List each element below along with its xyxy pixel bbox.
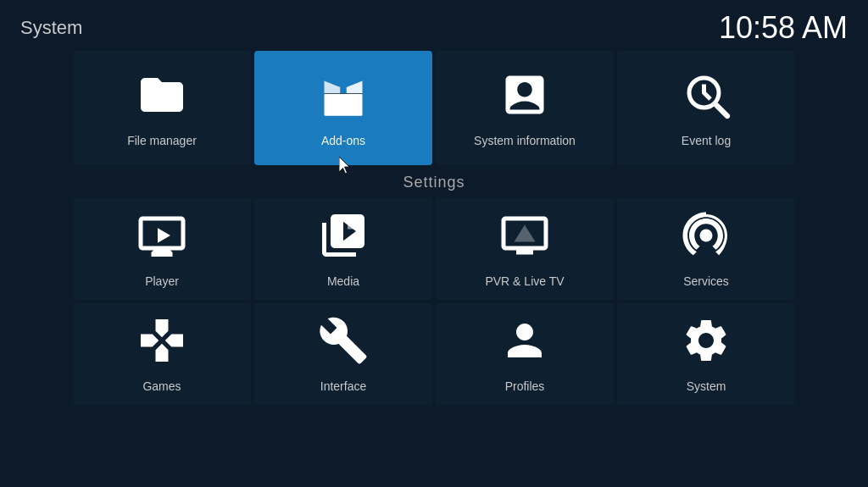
top-tiles-row: File manager Add-onsSystem informationEv… <box>0 51 868 165</box>
settings-row-2: GamesInterfaceProfilesSystem <box>73 303 795 405</box>
profiles-label: Profiles <box>505 379 545 393</box>
player-icon <box>136 210 187 268</box>
tile-media[interactable]: Media <box>254 198 432 300</box>
services-icon <box>681 210 732 268</box>
tile-interface[interactable]: Interface <box>254 303 432 405</box>
header: System 10:58 AM <box>0 0 868 56</box>
games-label: Games <box>142 379 181 393</box>
settings-section: Settings PlayerMediaPVR & Live TVService… <box>0 174 868 405</box>
tile-games[interactable]: Games <box>73 303 251 405</box>
pvr-live-tv-label: PVR & Live TV <box>485 274 564 288</box>
settings-row-1: PlayerMediaPVR & Live TVServices <box>73 198 795 300</box>
event-log-icon <box>681 69 732 127</box>
interface-icon <box>318 315 369 373</box>
tile-services[interactable]: Services <box>617 198 795 300</box>
add-ons-label: Add-ons <box>321 134 365 147</box>
tile-player[interactable]: Player <box>73 198 251 300</box>
file-manager-icon <box>136 69 187 127</box>
event-log-label: Event log <box>682 134 731 147</box>
system-information-icon <box>499 69 550 127</box>
svg-line-4 <box>717 105 728 116</box>
svg-point-5 <box>700 230 713 242</box>
tile-add-ons[interactable]: Add-ons <box>254 51 432 165</box>
media-label: Media <box>327 274 359 288</box>
games-icon <box>136 315 187 373</box>
player-label: Player <box>145 274 179 288</box>
tile-system-information[interactable]: System information <box>436 51 614 165</box>
add-ons-icon <box>318 69 369 127</box>
svg-rect-0 <box>325 93 363 115</box>
system-information-label: System information <box>474 134 576 147</box>
tile-pvr-live-tv[interactable]: PVR & Live TV <box>436 198 614 300</box>
page-title: System <box>20 17 82 39</box>
media-icon <box>318 210 369 268</box>
pvr-live-tv-icon <box>499 210 550 268</box>
services-label: Services <box>683 274 729 288</box>
tile-file-manager[interactable]: File manager <box>73 51 251 165</box>
interface-label: Interface <box>320 379 366 393</box>
system-icon <box>681 315 732 373</box>
tile-profiles[interactable]: Profiles <box>436 303 614 405</box>
clock: 10:58 AM <box>719 10 848 46</box>
settings-grid: PlayerMediaPVR & Live TVServices GamesIn… <box>0 198 868 405</box>
settings-heading: Settings <box>0 174 868 191</box>
file-manager-label: File manager <box>127 134 197 147</box>
system-label: System <box>687 379 726 393</box>
profiles-icon <box>499 315 550 373</box>
tile-event-log[interactable]: Event log <box>617 51 795 165</box>
tile-system[interactable]: System <box>617 303 795 405</box>
